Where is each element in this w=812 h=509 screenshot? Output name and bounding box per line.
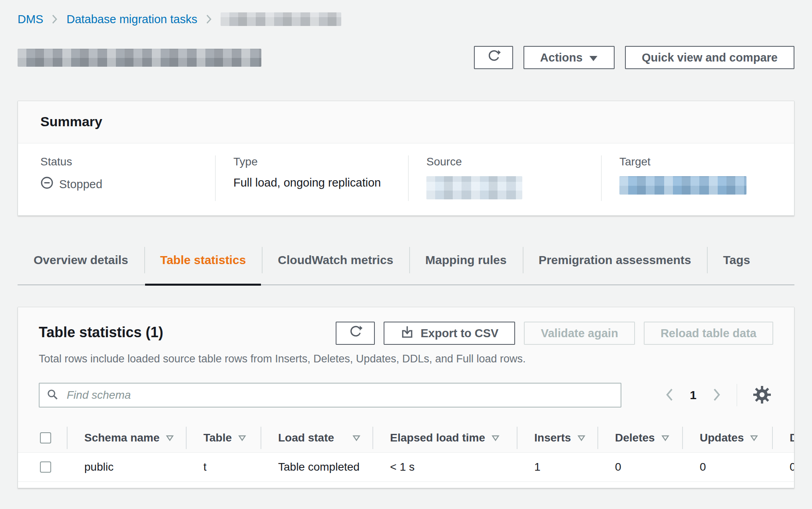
cell-ddls: 0: [772, 461, 794, 473]
table-footer: [18, 482, 794, 488]
source-value-redacted[interactable]: [426, 176, 522, 199]
row-checkbox[interactable]: [40, 461, 51, 473]
table-statistics-title: Table statistics (1): [39, 322, 163, 341]
page-header: Actions Quick view and compare: [18, 46, 794, 70]
export-csv-button[interactable]: Export to CSV: [384, 322, 515, 345]
summary-field-target: Target: [601, 155, 794, 201]
validate-again-button[interactable]: Validate again: [524, 322, 635, 345]
breadcrumb: DMS Database migration tasks: [18, 11, 794, 27]
refresh-icon: [348, 325, 362, 342]
stopped-icon: [40, 176, 54, 192]
column-header-elapsed-load-time[interactable]: Elapsed load time: [372, 424, 517, 452]
status-label: Status: [40, 155, 215, 168]
type-value: Full load, ongoing replication: [233, 176, 408, 189]
task-tabs: Overview details Table statistics CloudW…: [18, 244, 794, 285]
column-header-deletes[interactable]: Deletes: [597, 424, 682, 452]
cell-updates: 0: [682, 461, 772, 473]
breadcrumb-current-redacted: [221, 12, 341, 26]
page-number[interactable]: 1: [687, 388, 699, 402]
chevron-right-icon: [52, 14, 58, 24]
quick-view-compare-button[interactable]: Quick view and compare: [625, 46, 794, 69]
target-label: Target: [619, 155, 794, 168]
header-actions: Actions Quick view and compare: [474, 46, 794, 69]
breadcrumb-link-tasks[interactable]: Database migration tasks: [66, 13, 197, 26]
cell-inserts: 1: [517, 461, 597, 473]
quick-view-label: Quick view and compare: [642, 51, 778, 64]
summary-field-type: Type Full load, ongoing replication: [215, 155, 408, 201]
page-title-redacted: [18, 49, 261, 67]
next-page-button[interactable]: [710, 386, 723, 405]
actions-button-label: Actions: [540, 51, 583, 64]
divider: [736, 384, 737, 406]
summary-panel-header: Summary: [18, 101, 794, 143]
schema-search: [39, 383, 621, 408]
pagination: 1: [663, 384, 773, 407]
refresh-icon: [486, 49, 501, 66]
tab-premigration-assessments[interactable]: Premigration assessments: [523, 244, 707, 284]
cell-schema-name: public: [67, 461, 186, 473]
cell-elapsed-load-time: < 1 s: [372, 461, 517, 473]
column-header-schema-name[interactable]: Schema name: [67, 424, 186, 452]
sort-icon: [166, 435, 174, 441]
actions-button[interactable]: Actions: [523, 46, 615, 69]
tab-mapping-rules[interactable]: Mapping rules: [409, 244, 522, 284]
cell-deletes: 0: [597, 461, 682, 473]
table-statistics-table: Schema name Table Load state Elapsed loa…: [18, 424, 794, 488]
summary-title: Summary: [40, 114, 772, 129]
tab-table-statistics[interactable]: Table statistics: [144, 244, 262, 284]
summary-body: Status Stopped Type Full load, ongoing r…: [18, 143, 794, 215]
chevron-left-icon: [665, 388, 675, 403]
dms-task-page: DMS Database migration tasks Actions: [0, 0, 812, 488]
type-label: Type: [233, 155, 408, 168]
sort-icon: [352, 435, 360, 441]
find-schema-input[interactable]: [39, 383, 621, 408]
sort-icon: [238, 435, 246, 441]
gear-icon: [752, 385, 772, 406]
tab-cloudwatch-metrics[interactable]: CloudWatch metrics: [262, 244, 409, 284]
export-csv-label: Export to CSV: [420, 327, 498, 340]
caret-down-icon: [589, 51, 598, 64]
chevron-right-icon: [712, 388, 721, 403]
sort-icon: [750, 435, 758, 441]
tab-overview-details[interactable]: Overview details: [18, 244, 144, 284]
status-value: Stopped: [59, 178, 102, 191]
reload-table-data-label: Reload table data: [661, 327, 756, 340]
table-refresh-button[interactable]: [336, 322, 375, 345]
previous-page-button[interactable]: [663, 386, 676, 405]
refresh-button[interactable]: [474, 46, 513, 69]
column-header-table[interactable]: Table: [186, 424, 261, 452]
summary-field-status: Status Stopped: [18, 155, 215, 201]
target-value-redacted[interactable]: [619, 176, 746, 195]
select-all-checkbox[interactable]: [40, 432, 51, 443]
export-download-icon: [400, 325, 414, 342]
settings-button[interactable]: [751, 384, 773, 407]
table-actions: Export to CSV Validate again Reload tabl…: [336, 322, 773, 345]
search-icon: [47, 389, 59, 402]
column-header-ddls[interactable]: D: [772, 424, 794, 452]
column-header-load-state[interactable]: Load state: [261, 424, 372, 452]
table-header-row: Schema name Table Load state Elapsed loa…: [18, 424, 794, 452]
sort-icon: [577, 435, 585, 441]
validate-again-label: Validate again: [541, 327, 618, 340]
chevron-right-icon: [206, 14, 212, 24]
table-statistics-panel: Table statistics (1): [18, 307, 794, 488]
table-row: public t Table completed < 1 s 1 0 0 0: [18, 452, 794, 482]
column-header-inserts[interactable]: Inserts: [517, 424, 597, 452]
column-header-updates[interactable]: Updates: [682, 424, 772, 452]
reload-table-data-button[interactable]: Reload table data: [644, 322, 773, 345]
breadcrumb-link-dms[interactable]: DMS: [18, 13, 43, 26]
tab-tags[interactable]: Tags: [707, 244, 766, 284]
cell-load-state: Table completed: [261, 461, 372, 473]
summary-panel: Summary Status Stopped Type Full load, o…: [18, 101, 794, 216]
cell-table: t: [186, 461, 261, 473]
source-label: Source: [426, 155, 601, 168]
table-statistics-description: Total rows include loaded source table r…: [39, 353, 773, 365]
summary-field-source: Source: [408, 155, 601, 201]
sort-icon: [661, 435, 669, 441]
sort-icon: [492, 435, 500, 441]
